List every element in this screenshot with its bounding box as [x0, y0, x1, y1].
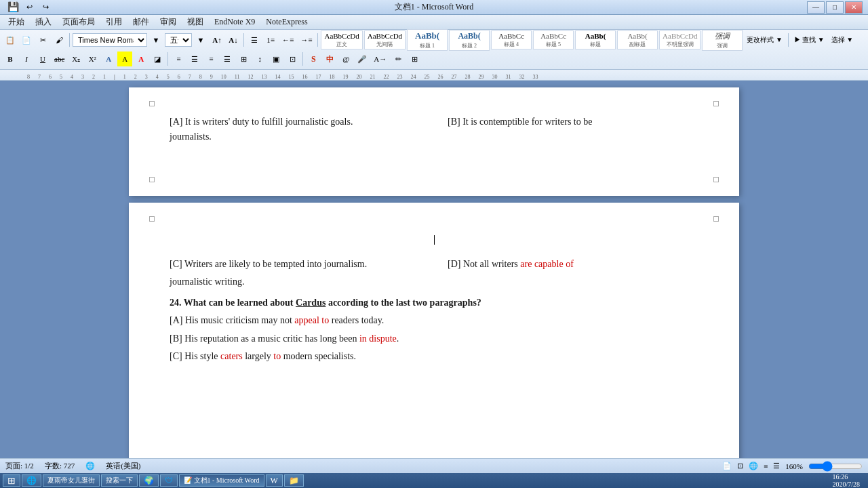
menu-endnote[interactable]: EndNote X9: [209, 16, 260, 28]
style-subtitle[interactable]: AaBb( 副标题: [617, 30, 658, 49]
font-grow[interactable]: A↑: [210, 33, 224, 47]
taskbar-word[interactable]: 📝 文档1 - Microsoft Word: [179, 474, 264, 487]
taskbar-app2[interactable]: 📁: [284, 474, 304, 487]
format-painter[interactable]: 🖌: [52, 33, 66, 47]
view-mode-web[interactable]: 🌐: [749, 462, 758, 470]
q24-question: 24. What can be learned about Cardus acc…: [170, 296, 698, 310]
symbol-btn[interactable]: @: [338, 52, 353, 66]
chinese-input[interactable]: 中: [322, 52, 337, 66]
journalistic-writing-text: journalistic writing.: [170, 274, 698, 289]
sougou-input[interactable]: S: [306, 52, 321, 66]
close-button[interactable]: ✕: [845, 1, 863, 14]
underline-btn[interactable]: U: [35, 52, 50, 66]
page-2[interactable]: [C] Writers are likely to be tempted int…: [129, 203, 739, 470]
style-emphasis[interactable]: 强调 强调: [702, 30, 743, 51]
window-title: 文档1 - Microsoft Word: [395, 1, 473, 13]
italic-btn[interactable]: I: [19, 52, 34, 66]
change-styles[interactable]: 更改样式 ▼: [744, 33, 785, 47]
bold-btn[interactable]: B: [3, 52, 18, 66]
paragraph-shading[interactable]: ▣: [269, 52, 283, 66]
menu-home[interactable]: 开始: [3, 15, 30, 29]
list-bullets[interactable]: ☰: [247, 33, 262, 47]
line-spacing[interactable]: ↕: [252, 52, 267, 66]
option-b-text: [B] It is contemptible for writers to be: [448, 115, 698, 129]
highlight-btn[interactable]: A: [117, 52, 132, 66]
taskbar-360[interactable]: 🛡: [160, 474, 178, 487]
taskbar-search[interactable]: 搜索一下: [101, 474, 138, 487]
journalists-text: journalists.: [170, 129, 698, 144]
font-selector[interactable]: Times New Roma...: [73, 33, 147, 47]
minimize-button[interactable]: —: [807, 1, 825, 14]
font-size-dropdown[interactable]: ▼: [193, 33, 208, 47]
align-left[interactable]: ≡: [171, 52, 186, 66]
q24-option-b: [B] His reputation as a music critic has…: [170, 331, 698, 346]
text-effects-btn[interactable]: A: [101, 52, 116, 66]
font-color-btn[interactable]: A: [134, 52, 149, 66]
align-center[interactable]: ☰: [187, 52, 202, 66]
style-heading1[interactable]: AaBb( 标题 1: [407, 29, 448, 51]
style-normal[interactable]: AaBbCcDd 正文: [321, 30, 362, 49]
font-size-selector[interactable]: 五号: [165, 33, 192, 47]
taskbar-app1[interactable]: W: [266, 474, 283, 487]
menu-layout[interactable]: 页面布局: [57, 15, 100, 29]
align-justify[interactable]: ☰: [220, 52, 235, 66]
menu-mail[interactable]: 邮件: [127, 15, 155, 29]
borders-btn[interactable]: ⊡: [285, 52, 300, 66]
separator6: [302, 52, 303, 66]
clipboard-paste[interactable]: 📋: [3, 33, 18, 47]
taskbar-ie[interactable]: 🌐: [22, 474, 41, 487]
title-bar: 💾 ↩ ↪ 文档1 - Microsoft Word — □ ✕: [0, 0, 868, 15]
style-title[interactable]: AaBb( 标题: [575, 30, 616, 49]
strikethrough-btn[interactable]: abc: [52, 52, 67, 66]
menu-noteexpress[interactable]: NoteExpress: [260, 16, 313, 28]
option-a-text: [A] It is writers' duty to fulfill journ…: [170, 115, 420, 129]
indent-increase[interactable]: →≡: [298, 33, 315, 47]
char-shading[interactable]: ◪: [150, 52, 165, 66]
view-mode-outline[interactable]: ≡: [764, 462, 768, 470]
align-right[interactable]: ≡: [203, 52, 218, 66]
view-mode-print[interactable]: 📄: [722, 462, 732, 470]
taskbar-browser[interactable]: 🌍: [139, 474, 159, 487]
style-heading4[interactable]: AaBbCc 标题 4: [491, 30, 532, 49]
clipboard-cut[interactable]: ✂: [35, 33, 50, 47]
menu-view[interactable]: 视图: [182, 15, 209, 29]
subscript-btn[interactable]: X₂: [68, 52, 83, 66]
dictation-btn[interactable]: 🎤: [355, 52, 370, 66]
writing-tools[interactable]: ✏: [391, 52, 406, 66]
page-1[interactable]: [A] It is writers' duty to fulfill journ…: [129, 87, 739, 196]
list-numbers[interactable]: 1≡: [263, 33, 278, 47]
quick-access-redo[interactable]: ↪: [38, 0, 53, 15]
col-layout[interactable]: ⊞: [236, 52, 251, 66]
menu-review[interactable]: 审阅: [155, 15, 182, 29]
translate-btn[interactable]: A→: [371, 52, 389, 66]
menu-references[interactable]: 引用: [100, 15, 127, 29]
font-dropdown-btn[interactable]: ▼: [149, 33, 163, 47]
select-btn[interactable]: 选择 ▼: [829, 33, 856, 47]
more-tools[interactable]: ⊞: [407, 52, 422, 66]
view-mode-draft[interactable]: ☰: [773, 462, 780, 470]
zoom-slider[interactable]: [808, 462, 863, 470]
style-heading5[interactable]: AaBbCc 标题 5: [533, 30, 574, 49]
style-no-spacing[interactable]: AaBbCcDd 无间隔: [364, 30, 406, 49]
corner-mark-tl: [149, 101, 155, 106]
style-heading2[interactable]: AaBb( 标题 2: [449, 30, 490, 51]
start-button[interactable]: ⊞: [3, 474, 20, 487]
view-mode-full[interactable]: ⊡: [737, 462, 743, 470]
find-replace[interactable]: ▶ 查找 ▼: [791, 33, 827, 47]
clock-date: 2020/7/28: [832, 481, 860, 488]
clipboard-copy[interactable]: 📄: [19, 33, 34, 47]
font-shrink[interactable]: A↓: [226, 33, 241, 47]
status-bar: 页面: 1/2 字数: 727 🌐 英语(美国) 📄 ⊡ 🌐 ≡ ☰ 160%: [0, 458, 868, 473]
style-subtle-emphasis[interactable]: AaBbCcDd 不明显强调: [659, 30, 701, 49]
indent-decrease[interactable]: ←≡: [279, 33, 296, 47]
word-count: 字数: 727: [45, 461, 75, 471]
menu-insert[interactable]: 插入: [30, 15, 57, 29]
separator: [69, 33, 70, 47]
taskbar-street[interactable]: 夏雨帝女儿逛街: [43, 474, 100, 487]
quick-access-save[interactable]: 💾: [5, 0, 20, 15]
separator2: [243, 33, 244, 47]
quick-access-undo[interactable]: ↩: [22, 0, 37, 15]
maximize-button[interactable]: □: [826, 1, 844, 14]
superscript-btn[interactable]: X²: [85, 52, 100, 66]
separator3: [317, 33, 318, 47]
